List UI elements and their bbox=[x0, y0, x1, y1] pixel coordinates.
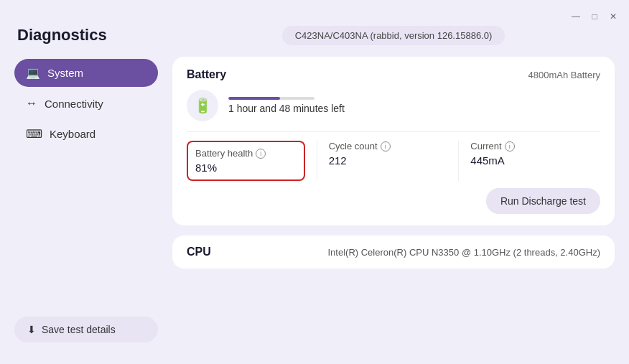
battery-health-info-icon[interactable]: i bbox=[256, 149, 266, 159]
battery-stats-row: Battery health i 81% Cycle count i 212 bbox=[187, 132, 600, 181]
close-button[interactable]: ✕ bbox=[607, 11, 619, 22]
cpu-section-title: CPU bbox=[187, 246, 211, 258]
cpu-section: CPU Intel(R) Celeron(R) CPU N3350 @ 1.10… bbox=[172, 235, 615, 269]
battery-time-info: 1 hour and 48 minutes left bbox=[228, 97, 345, 114]
battery-health-stat: Battery health i 81% bbox=[187, 141, 317, 181]
battery-section-title: Battery bbox=[187, 68, 226, 81]
app-title: Diagnostics bbox=[14, 26, 158, 45]
run-discharge-button[interactable]: Run Discharge test bbox=[486, 188, 600, 214]
maximize-button[interactable]: □ bbox=[589, 11, 600, 22]
cycle-count-stat: Cycle count i 212 bbox=[317, 141, 460, 181]
connectivity-icon: ↔ bbox=[26, 97, 37, 110]
sidebar-item-label-system: System bbox=[47, 67, 83, 79]
sidebar-item-keyboard[interactable]: ⌨ Keyboard bbox=[14, 120, 158, 148]
cpu-info: Intel(R) Celeron(R) CPU N3350 @ 1.10GHz … bbox=[327, 247, 600, 258]
content-area: C423NA/C403NA (rabbid, version 126.15886… bbox=[158, 26, 615, 350]
current-label: Current i bbox=[470, 141, 589, 151]
sidebar-item-connectivity[interactable]: ↔ Connectivity bbox=[14, 90, 158, 117]
sidebar: Diagnostics 💻 System ↔ Connectivity ⌨ Ke… bbox=[14, 26, 158, 350]
battery-progress-bar bbox=[228, 97, 314, 100]
battery-progress-fill bbox=[228, 97, 280, 100]
keyboard-icon: ⌨ bbox=[26, 127, 42, 141]
save-button-label: Save test details bbox=[42, 324, 116, 335]
current-stat: Current i 445mA bbox=[459, 141, 600, 181]
sidebar-footer: ⬇ Save test details bbox=[14, 317, 158, 350]
current-value: 445mA bbox=[470, 154, 589, 167]
battery-icon: 🔋 bbox=[187, 90, 218, 121]
battery-health-label: Battery health i bbox=[195, 148, 297, 159]
battery-capacity-label: 4800mAh Battery bbox=[528, 70, 600, 80]
battery-section-header: Battery 4800mAh Battery bbox=[187, 68, 600, 81]
cycle-count-value: 212 bbox=[329, 154, 447, 167]
download-icon: ⬇ bbox=[27, 324, 36, 335]
battery-time-text: 1 hour and 48 minutes left bbox=[228, 103, 345, 114]
cycle-count-info-icon[interactable]: i bbox=[381, 141, 391, 151]
titlebar: — □ ✕ bbox=[0, 0, 629, 26]
battery-section: Battery 4800mAh Battery 🔋 1 hour and 48 … bbox=[172, 57, 615, 225]
current-info-icon[interactable]: i bbox=[505, 141, 515, 151]
device-info: C423NA/C403NA (rabbid, version 126.15886… bbox=[172, 26, 615, 45]
battery-health-highlight: Battery health i 81% bbox=[187, 141, 305, 181]
battery-time-row: 🔋 1 hour and 48 minutes left bbox=[187, 90, 600, 132]
app-window: — □ ✕ Diagnostics 💻 System ↔ Connectivit… bbox=[0, 0, 629, 364]
sidebar-item-label-connectivity: Connectivity bbox=[45, 98, 103, 110]
run-discharge-container: Run Discharge test bbox=[187, 188, 600, 214]
battery-health-value: 81% bbox=[195, 162, 297, 174]
sidebar-item-system[interactable]: 💻 System bbox=[14, 59, 158, 87]
main-layout: Diagnostics 💻 System ↔ Connectivity ⌨ Ke… bbox=[0, 26, 629, 364]
sidebar-item-label-keyboard: Keyboard bbox=[50, 128, 95, 140]
minimize-button[interactable]: — bbox=[570, 11, 582, 22]
system-icon: 💻 bbox=[26, 66, 40, 80]
save-test-details-button[interactable]: ⬇ Save test details bbox=[14, 317, 158, 342]
device-badge: C423NA/C403NA (rabbid, version 126.15886… bbox=[282, 26, 505, 45]
cycle-count-label: Cycle count i bbox=[329, 141, 447, 151]
